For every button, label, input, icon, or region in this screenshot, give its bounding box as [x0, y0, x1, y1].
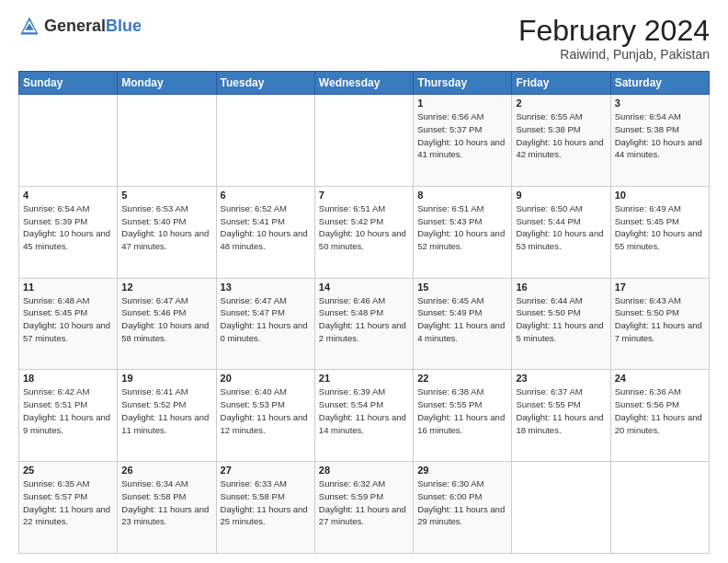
day-number: 12 [121, 282, 211, 293]
day-info: Sunrise: 6:35 AM Sunset: 5:57 PM Dayligh… [23, 477, 113, 528]
day-header-row: SundayMondayTuesdayWednesdayThursdayFrid… [19, 72, 710, 95]
day-info: Sunrise: 6:55 AM Sunset: 5:38 PM Dayligh… [516, 110, 606, 161]
day-info: Sunrise: 6:54 AM Sunset: 5:39 PM Dayligh… [23, 202, 113, 253]
day-info: Sunrise: 6:52 AM Sunset: 5:41 PM Dayligh… [221, 202, 311, 253]
calendar-cell: 2Sunrise: 6:55 AM Sunset: 5:38 PM Daylig… [512, 95, 610, 187]
calendar-cell: 28Sunrise: 6:32 AM Sunset: 5:59 PM Dayli… [314, 462, 413, 554]
day-of-week-friday: Friday [512, 72, 610, 95]
day-number: 19 [121, 373, 211, 384]
day-number: 29 [417, 465, 507, 476]
day-number: 28 [319, 465, 409, 476]
calendar-cell: 24Sunrise: 6:36 AM Sunset: 5:56 PM Dayli… [610, 370, 709, 462]
logo: GeneralBlue [18, 15, 142, 37]
day-number: 17 [615, 282, 705, 293]
calendar-cell: 12Sunrise: 6:47 AM Sunset: 5:46 PM Dayli… [118, 278, 216, 370]
calendar-cell: 25Sunrise: 6:35 AM Sunset: 5:57 PM Dayli… [19, 462, 118, 554]
calendar-cell: 23Sunrise: 6:37 AM Sunset: 5:55 PM Dayli… [512, 370, 610, 462]
day-info: Sunrise: 6:36 AM Sunset: 5:56 PM Dayligh… [615, 385, 705, 436]
day-number: 26 [121, 465, 211, 476]
month-title: February 2024 [518, 15, 710, 47]
calendar-cell: 5Sunrise: 6:53 AM Sunset: 5:40 PM Daylig… [118, 186, 216, 278]
day-number: 27 [221, 465, 311, 476]
calendar-cell: 22Sunrise: 6:38 AM Sunset: 5:55 PM Dayli… [414, 370, 512, 462]
calendar-cell: 9Sunrise: 6:50 AM Sunset: 5:44 PM Daylig… [512, 186, 610, 278]
day-of-week-tuesday: Tuesday [216, 72, 314, 95]
calendar-cell [512, 462, 610, 554]
day-info: Sunrise: 6:47 AM Sunset: 5:46 PM Dayligh… [121, 294, 211, 345]
calendar-cell: 20Sunrise: 6:40 AM Sunset: 5:53 PM Dayli… [216, 370, 314, 462]
calendar-cell: 13Sunrise: 6:47 AM Sunset: 5:47 PM Dayli… [216, 278, 314, 370]
calendar-cell: 16Sunrise: 6:44 AM Sunset: 5:50 PM Dayli… [512, 278, 610, 370]
day-number: 25 [23, 465, 113, 476]
day-info: Sunrise: 6:47 AM Sunset: 5:47 PM Dayligh… [221, 294, 311, 345]
calendar-cell: 1Sunrise: 6:56 AM Sunset: 5:37 PM Daylig… [414, 95, 512, 187]
day-info: Sunrise: 6:33 AM Sunset: 5:58 PM Dayligh… [221, 477, 311, 528]
calendar-cell: 14Sunrise: 6:46 AM Sunset: 5:48 PM Dayli… [314, 278, 413, 370]
calendar-cell: 15Sunrise: 6:45 AM Sunset: 5:49 PM Dayli… [414, 278, 512, 370]
day-number: 16 [516, 282, 606, 293]
day-number: 1 [417, 98, 507, 109]
day-number: 14 [319, 282, 409, 293]
day-info: Sunrise: 6:56 AM Sunset: 5:37 PM Dayligh… [417, 110, 507, 161]
calendar-week-row: 11Sunrise: 6:48 AM Sunset: 5:45 PM Dayli… [19, 278, 710, 370]
day-number: 7 [319, 190, 409, 201]
calendar-cell: 29Sunrise: 6:30 AM Sunset: 6:00 PM Dayli… [414, 462, 512, 554]
day-number: 3 [615, 98, 705, 109]
page-header: GeneralBlue February 2024 Raiwind, Punja… [18, 15, 710, 62]
day-info: Sunrise: 6:41 AM Sunset: 5:52 PM Dayligh… [121, 385, 211, 436]
day-number: 22 [417, 373, 507, 384]
day-info: Sunrise: 6:51 AM Sunset: 5:43 PM Dayligh… [417, 202, 507, 253]
calendar-cell: 17Sunrise: 6:43 AM Sunset: 5:50 PM Dayli… [610, 278, 709, 370]
day-number: 15 [417, 282, 507, 293]
day-info: Sunrise: 6:45 AM Sunset: 5:49 PM Dayligh… [417, 294, 507, 345]
calendar-cell: 8Sunrise: 6:51 AM Sunset: 5:43 PM Daylig… [414, 186, 512, 278]
logo-text-general: General [44, 17, 106, 35]
day-number: 4 [23, 190, 113, 201]
day-number: 8 [417, 190, 507, 201]
day-number: 11 [23, 282, 113, 293]
day-of-week-thursday: Thursday [414, 72, 512, 95]
day-info: Sunrise: 6:48 AM Sunset: 5:45 PM Dayligh… [23, 294, 113, 345]
day-number: 6 [221, 190, 311, 201]
calendar-week-row: 25Sunrise: 6:35 AM Sunset: 5:57 PM Dayli… [19, 462, 710, 554]
calendar-cell [216, 95, 314, 187]
calendar-week-row: 4Sunrise: 6:54 AM Sunset: 5:39 PM Daylig… [19, 186, 710, 278]
day-number: 20 [221, 373, 311, 384]
day-info: Sunrise: 6:42 AM Sunset: 5:51 PM Dayligh… [23, 385, 113, 436]
day-info: Sunrise: 6:40 AM Sunset: 5:53 PM Dayligh… [221, 385, 311, 436]
calendar-cell: 11Sunrise: 6:48 AM Sunset: 5:45 PM Dayli… [19, 278, 118, 370]
day-info: Sunrise: 6:46 AM Sunset: 5:48 PM Dayligh… [319, 294, 409, 345]
calendar-cell: 4Sunrise: 6:54 AM Sunset: 5:39 PM Daylig… [19, 186, 118, 278]
title-block: February 2024 Raiwind, Punjab, Pakistan [518, 15, 710, 62]
calendar-cell: 6Sunrise: 6:52 AM Sunset: 5:41 PM Daylig… [216, 186, 314, 278]
calendar-cell: 21Sunrise: 6:39 AM Sunset: 5:54 PM Dayli… [314, 370, 413, 462]
day-of-week-monday: Monday [118, 72, 216, 95]
calendar-cell [314, 95, 413, 187]
day-number: 2 [516, 98, 606, 109]
calendar-cell [610, 462, 709, 554]
day-info: Sunrise: 6:30 AM Sunset: 6:00 PM Dayligh… [417, 477, 507, 528]
day-info: Sunrise: 6:53 AM Sunset: 5:40 PM Dayligh… [121, 202, 211, 253]
calendar-cell: 18Sunrise: 6:42 AM Sunset: 5:51 PM Dayli… [19, 370, 118, 462]
day-info: Sunrise: 6:51 AM Sunset: 5:42 PM Dayligh… [319, 202, 409, 253]
calendar-cell: 3Sunrise: 6:54 AM Sunset: 5:38 PM Daylig… [610, 95, 709, 187]
day-of-week-sunday: Sunday [19, 72, 118, 95]
day-number: 13 [221, 282, 311, 293]
day-of-week-wednesday: Wednesday [314, 72, 413, 95]
day-info: Sunrise: 6:54 AM Sunset: 5:38 PM Dayligh… [615, 110, 705, 161]
day-info: Sunrise: 6:32 AM Sunset: 5:59 PM Dayligh… [319, 477, 409, 528]
day-number: 23 [516, 373, 606, 384]
day-number: 24 [615, 373, 705, 384]
day-info: Sunrise: 6:38 AM Sunset: 5:55 PM Dayligh… [417, 385, 507, 436]
location-title: Raiwind, Punjab, Pakistan [518, 47, 710, 62]
day-of-week-saturday: Saturday [610, 72, 709, 95]
day-number: 18 [23, 373, 113, 384]
calendar-cell: 26Sunrise: 6:34 AM Sunset: 5:58 PM Dayli… [118, 462, 216, 554]
day-info: Sunrise: 6:34 AM Sunset: 5:58 PM Dayligh… [121, 477, 211, 528]
day-info: Sunrise: 6:49 AM Sunset: 5:45 PM Dayligh… [615, 202, 705, 253]
day-info: Sunrise: 6:43 AM Sunset: 5:50 PM Dayligh… [615, 294, 705, 345]
logo-icon [18, 15, 40, 37]
calendar-cell [19, 95, 118, 187]
calendar-cell: 27Sunrise: 6:33 AM Sunset: 5:58 PM Dayli… [216, 462, 314, 554]
day-info: Sunrise: 6:37 AM Sunset: 5:55 PM Dayligh… [516, 385, 606, 436]
